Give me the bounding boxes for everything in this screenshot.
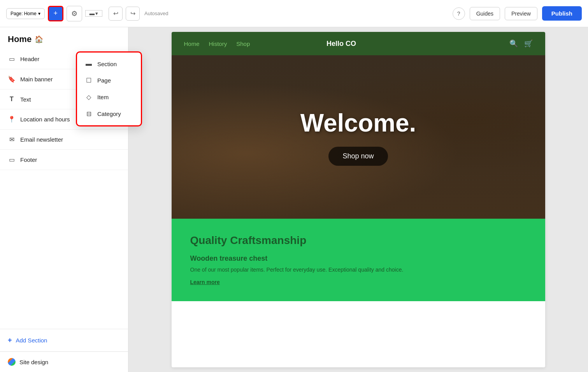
- nav-link-history[interactable]: History: [209, 40, 227, 47]
- canvas-inner: Home History Shop Hello CO 🔍 🛒 Welcome. …: [172, 32, 545, 367]
- redo-icon: ↪: [130, 10, 135, 17]
- green-product-name: Wooden treasure chest: [190, 254, 527, 263]
- page-selector[interactable]: Page: Home ▾: [6, 8, 45, 19]
- site-design-icon: [8, 358, 16, 366]
- page-icon: ☐: [85, 77, 93, 84]
- gear-icon: ⚙: [71, 9, 77, 18]
- publish-button[interactable]: Publish: [542, 6, 582, 21]
- add-section-label: Add Section: [16, 337, 47, 344]
- hero-cta-label: Shop now: [342, 152, 374, 160]
- sidebar: Home 🏠 ▭ Header 🔖 Main banner T Text 📍 L…: [0, 27, 128, 372]
- sidebar-item-footer-label: Footer: [20, 156, 37, 163]
- search-icon[interactable]: 🔍: [509, 39, 518, 48]
- preview-button[interactable]: Preview: [505, 7, 537, 20]
- green-section: Quality Craftsmanship Wooden treasure ch…: [172, 219, 545, 301]
- sidebar-page-title: Home: [8, 34, 32, 44]
- page-selector-chevron: ▾: [38, 11, 40, 16]
- cart-icon[interactable]: 🛒: [524, 39, 533, 48]
- green-section-title: Quality Craftsmanship: [190, 234, 527, 247]
- category-icon: ⊟: [85, 110, 93, 118]
- site-design-label: Site design: [19, 359, 48, 365]
- topbar-right: ? Guides Preview Publish: [453, 6, 582, 21]
- dropdown-item-item[interactable]: ◇ Item: [77, 89, 141, 105]
- help-button[interactable]: ?: [453, 7, 465, 20]
- site-nav: Home History Shop Hello CO 🔍 🛒: [172, 32, 545, 55]
- hero-content: Welcome. Shop now: [300, 109, 416, 166]
- nav-link-home[interactable]: Home: [184, 40, 200, 47]
- autosaved-label: Autosaved: [144, 11, 168, 16]
- add-button[interactable]: +: [48, 6, 63, 21]
- site-brand: Hello CO: [326, 40, 356, 48]
- dropdown-section-label: Section: [97, 61, 117, 67]
- add-dropdown-menu: ▬ Section ☐ Page ◇ Item ⊟ Category: [76, 51, 142, 126]
- guides-label: Guides: [476, 11, 493, 17]
- footer-icon: ▭: [8, 156, 16, 163]
- green-product-desc: One of our most popular items. Perfect f…: [190, 266, 527, 274]
- sidebar-item-text-label: Text: [20, 96, 31, 103]
- location-icon: 📍: [8, 116, 16, 123]
- text-icon: T: [8, 96, 16, 103]
- home-icon: 🏠: [35, 35, 43, 44]
- hero-section: Welcome. Shop now: [172, 55, 545, 219]
- sidebar-item-email-newsletter[interactable]: ✉ Email newsletter: [0, 130, 128, 150]
- undo-icon: ↩: [113, 10, 118, 17]
- topbar-left: Page: Home ▾ + ⚙ ▬ ▾: [6, 6, 102, 21]
- hero-title: Welcome.: [300, 109, 416, 137]
- topbar: Page: Home ▾ + ⚙ ▬ ▾ ↩ ↪ Autosaved ? Gui…: [0, 0, 588, 27]
- site-nav-icons: 🔍 🛒: [509, 39, 533, 48]
- add-section-button[interactable]: + Add Section: [0, 329, 128, 351]
- header-icon: ▭: [8, 55, 16, 63]
- sidebar-item-email-label: Email newsletter: [20, 136, 63, 143]
- sidebar-item-location-label: Location and hours: [20, 116, 70, 123]
- device-selector-button[interactable]: ▬ ▾: [85, 10, 102, 17]
- add-section-plus-icon: +: [8, 336, 12, 344]
- dropdown-item-label: Item: [97, 94, 109, 100]
- email-icon: ✉: [8, 136, 16, 143]
- guides-button[interactable]: Guides: [470, 7, 500, 20]
- main-content: Home 🏠 ▭ Header 🔖 Main banner T Text 📍 L…: [0, 27, 588, 372]
- sidebar-title: Home 🏠: [0, 27, 128, 49]
- publish-label: Publish: [551, 10, 572, 17]
- section-icon: ▬: [85, 60, 93, 67]
- add-icon: +: [53, 9, 58, 18]
- dropdown-item-page[interactable]: ☐ Page: [77, 72, 141, 89]
- sidebar-item-footer[interactable]: ▭ Footer: [0, 150, 128, 170]
- dropdown-item-category[interactable]: ⊟ Category: [77, 105, 141, 122]
- dropdown-item-section[interactable]: ▬ Section: [77, 56, 141, 72]
- undo-button[interactable]: ↩: [109, 7, 123, 21]
- hero-cta-button[interactable]: Shop now: [328, 147, 388, 166]
- settings-button[interactable]: ⚙: [67, 6, 82, 21]
- nav-link-shop[interactable]: Shop: [236, 40, 250, 47]
- green-learn-more-link[interactable]: Learn more: [190, 279, 220, 285]
- device-chevron: ▾: [95, 11, 98, 16]
- main-banner-icon: 🔖: [8, 75, 16, 83]
- sidebar-item-main-banner-label: Main banner: [20, 76, 53, 82]
- item-icon: ◇: [85, 93, 93, 101]
- sidebar-item-header-label: Header: [20, 56, 39, 62]
- site-nav-links: Home History Shop: [184, 40, 250, 47]
- dropdown-category-label: Category: [97, 111, 121, 117]
- canvas: Home History Shop Hello CO 🔍 🛒 Welcome. …: [128, 27, 588, 372]
- preview-label: Preview: [511, 11, 531, 17]
- help-icon: ?: [457, 11, 460, 17]
- device-icon: ▬: [90, 11, 95, 16]
- dropdown-page-label: Page: [97, 77, 111, 84]
- site-design-button[interactable]: Site design: [0, 351, 128, 372]
- redo-button[interactable]: ↪: [126, 7, 140, 21]
- page-selector-label: Page: Home: [11, 11, 37, 16]
- topbar-center: ↩ ↪ Autosaved: [109, 7, 168, 21]
